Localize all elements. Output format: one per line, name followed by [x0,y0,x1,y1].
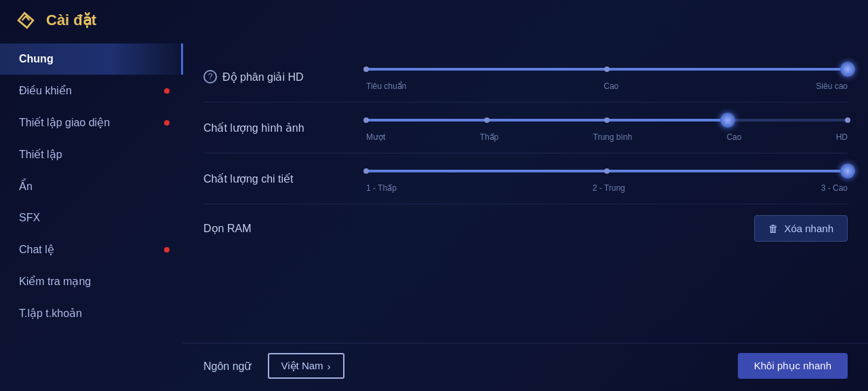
slider-thumb[interactable] [840,164,855,179]
slider-track[interactable] [366,68,848,71]
sidebar-item-t-lap-t-khoan[interactable]: T.lập t.khoản [0,297,183,329]
help-icon[interactable]: ? [203,70,217,83]
sidebar-item-chung[interactable]: Chung [0,43,183,75]
label-text: Dọn RAM [203,222,251,235]
sidebar-item-label: Kiểm tra mạng [19,275,91,288]
ngon-ngu-button[interactable]: Việt Nam › [268,353,344,379]
label-hd: HD [836,132,848,142]
label-text: Chất lượng chi tiết [203,172,293,185]
content-area: ? Độ phân giải HD Tiêu chuẩn [183,38,868,388]
track-dot [604,117,610,123]
sidebar-item-label: SFX [19,212,40,224]
slider-chat-luong-hinh-anh: Mượt Thấp Trung bình Cao HD [366,113,848,142]
label-1-thap: 1 - Thấp [366,183,397,193]
track-dot [845,117,850,123]
label-tieu-chuan: Tiêu chuẩn [366,81,406,91]
header: Cài đặt [0,0,868,38]
notification-dot [164,88,170,94]
xoa-nhanh-button[interactable]: 🗑 Xóa nhanh [754,215,848,242]
track-dot [604,168,610,174]
trash-icon: 🗑 [768,223,778,234]
sidebar-item-label: Thiết lập [19,148,62,161]
label-cao: Cao [604,81,618,91]
track-dot [363,117,369,123]
setting-row-don-ram: Dọn RAM 🗑 Xóa nhanh [203,204,848,253]
row-label-do-phan-giai: ? Độ phân giải HD [203,70,353,83]
label-thap: Thấp [480,132,499,142]
label-sieu-cao: Siêu cao [816,81,848,91]
track-dot [484,117,490,123]
label-text: Chất lượng hình ảnh [203,122,304,134]
slider-thumb[interactable] [720,113,735,128]
slider-track[interactable] [366,170,848,172]
track-dot [604,67,610,72]
label-cao: Cao [726,132,741,142]
slider-chat-luong-chi-tiet: 1 - Thấp 2 - Trung 3 - Cao [366,164,848,193]
track-dot [363,168,369,174]
sidebar-item-an[interactable]: Ẩn [0,170,183,202]
setting-row-chat-luong-hinh-anh: Chất lượng hình ảnh M [203,103,848,153]
bottom-bar: Ngôn ngữ Việt Nam › Khôi phục nhanh [183,343,868,388]
row-label-chat-luong-chi-tiet: Chất lượng chi tiết [203,172,353,185]
label-3-cao: 3 - Cao [821,183,848,193]
sidebar-item-dieu-khien[interactable]: Điều khiển [0,75,183,107]
chevron-right-icon: › [328,360,331,372]
slider-do-phan-giai: Tiêu chuẩn Cao Siêu cao [366,62,848,91]
slider-track[interactable] [366,119,848,122]
settings-content: ? Độ phân giải HD Tiêu chuẩn [183,38,868,343]
sidebar-item-sfx[interactable]: SFX [0,202,183,234]
notification-dot [164,120,170,126]
sidebar-item-label: Ẩn [19,180,33,193]
main-layout: Chung Điều khiển Thiết lập giao diện Thi… [0,38,868,388]
sidebar: Chung Điều khiển Thiết lập giao diện Thi… [0,38,183,388]
page-title: Cài đặt [46,12,96,29]
notification-dot [164,247,170,253]
label-2-trung: 2 - Trung [593,183,625,193]
sidebar-item-label: T.lập t.khoản [19,307,82,320]
sidebar-item-kiem-tra-mang[interactable]: Kiểm tra mạng [0,265,183,297]
sidebar-item-label: Chat lệ [19,243,54,256]
sidebar-item-chat-le[interactable]: Chat lệ [0,234,183,265]
ngon-ngu-label: Ngôn ngữ [203,360,252,373]
setting-row-do-phan-giai: ? Độ phân giải HD Tiêu chuẩn [203,52,848,103]
sidebar-item-thiet-lap[interactable]: Thiết lập [0,138,183,170]
sidebar-item-thiet-lap-giao-dien[interactable]: Thiết lập giao diện [0,107,183,138]
slider-thumb[interactable] [840,62,855,77]
label-text: Độ phân giải HD [222,71,304,83]
slider-labels: Mượt Thấp Trung bình Cao HD [366,132,848,142]
khoi-phuc-nhanh-button[interactable]: Khôi phục nhanh [738,353,848,379]
track-dot [363,67,369,72]
label-trung-binh: Trung bình [593,132,633,142]
xoa-nhanh-label: Xóa nhanh [784,223,833,234]
sidebar-item-label: Chung [19,53,54,65]
row-label-chat-luong-hinh-anh: Chất lượng hình ảnh [203,122,353,134]
label-muot: Mượt [366,132,385,142]
setting-row-chat-luong-chi-tiet: Chất lượng chi tiết 1 - Thấp 2 - Trung [203,153,848,204]
slider-labels: Tiêu chuẩn Cao Siêu cao [366,81,848,91]
sidebar-item-label: Thiết lập giao diện [19,116,110,129]
logo-icon [14,8,38,33]
ngon-ngu-value: Việt Nam [281,360,323,372]
slider-fill [366,119,728,122]
slider-labels: 1 - Thấp 2 - Trung 3 - Cao [366,183,848,193]
row-label-don-ram: Dọn RAM [203,222,353,235]
sidebar-item-label: Điều khiển [19,84,72,97]
